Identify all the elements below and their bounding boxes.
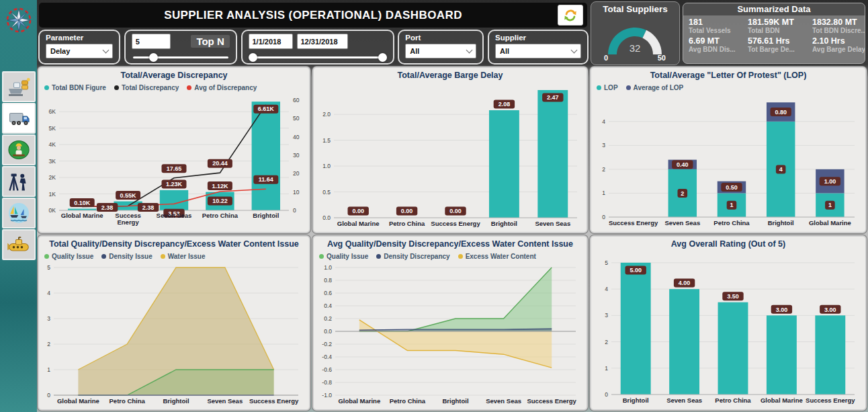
svg-text:3: 3 [47,315,50,322]
bar-Seven Seas[interactable] [669,289,699,395]
legend-item[interactable]: Avg of Discrepancy [187,84,257,91]
port-label: Port [405,34,476,42]
svg-text:Success Energy: Success Energy [249,397,299,405]
svg-text:Success Energy: Success Energy [806,397,855,404]
svg-text:5K: 5K [49,125,56,132]
legend-item[interactable]: Quality Issue [44,253,93,260]
svg-text:0.55K: 0.55K [120,192,137,199]
legend-item[interactable]: Total Discrepancy [114,84,179,91]
area-Quality Issue[interactable] [359,267,552,331]
svg-text:Petro China: Petro China [202,212,238,219]
barge-delay-chart-canvas[interactable]: 0.00.51.01.52.00.000.000.002.082.47Globa… [314,82,585,231]
svg-text:Seven Seas: Seven Seas [486,397,521,405]
svg-text:2.38: 2.38 [101,204,114,211]
summarized-data-card: Summarized Data 181Total Vessels 181.59K… [683,3,865,64]
summary-grid: 181Total Vessels 181.59K MTTotal BDN 183… [683,15,865,53]
sidebar-item-truck[interactable] [2,103,36,134]
sidebar-item-sailboats[interactable] [2,198,36,229]
chevron-down-icon [466,46,473,53]
date-slider-handle-start[interactable] [249,53,257,62]
legend-item[interactable]: LOP [597,84,618,91]
supplier-value: All [500,47,509,55]
svg-text:0: 0 [293,207,296,214]
svg-text:2.0: 2.0 [322,111,331,118]
legend-dot-icon [458,254,463,259]
bar-Brightoil[interactable] [489,110,519,218]
legend-item[interactable]: Total BDN Figure [44,84,106,91]
svg-text:1.0: 1.0 [322,163,331,169]
total-quality-chart-canvas[interactable]: 012345Global MarinePetro ChinaBrightoilS… [39,262,306,409]
topn-slider[interactable] [132,53,230,62]
date-slider[interactable] [249,53,387,62]
suppliers-gauge: 32050 [593,14,678,61]
legend-item[interactable]: Water Issue [161,253,206,260]
bar-Global Marine[interactable] [767,315,797,395]
svg-text:5: 5 [605,259,608,266]
port-select[interactable]: All [405,44,476,58]
sidebar-item-cargo-dock[interactable] [2,71,36,102]
svg-text:3.00: 3.00 [776,306,788,313]
parameter-select[interactable]: Delay [46,44,113,58]
bar-Petro China[interactable] [718,302,748,395]
stat-total-vessels: 181Total Vessels [689,17,748,34]
rating-chart-canvas[interactable]: 0123455.004.003.503.003.00BrightoilSeven… [591,251,863,408]
filter-bar: Parameter Delay Top N Port All [38,30,589,65]
svg-text:3.50: 3.50 [727,293,739,300]
svg-text:Brightoil: Brightoil [163,397,189,405]
svg-text:Petro China: Petro China [713,219,750,226]
date-slider-track[interactable] [250,56,386,58]
stat-avg-barge-delay: 2.10 HrsAvg Barge Delay [812,36,865,53]
legend-label: LOP [604,84,618,91]
svg-text:Success Energy: Success Energy [527,397,576,405]
chart-title: Avg Quality/Density Discrepancy/Excess W… [314,237,587,251]
legend-item[interactable]: Average of LOP [626,84,684,91]
bar-Success Energy[interactable] [815,315,845,395]
stat-tot-barge-delay: 576.61 HrsTot Barge De... [748,36,812,53]
svg-text:-0.8: -0.8 [322,379,332,386]
svg-text:2: 2 [602,166,605,173]
chart-title: Total/Average "Letter Of Protest" (LOP) [591,68,865,82]
svg-text:Global Marine: Global Marine [337,220,380,227]
svg-text:Global Marine: Global Marine [338,397,380,405]
svg-text:0.00: 0.00 [449,208,462,214]
legend-dot-icon [597,85,601,90]
refresh-button[interactable] [558,5,583,26]
bar-Seven Seas[interactable] [160,190,188,210]
svg-text:Petro China: Petro China [389,220,425,227]
bar-Brightoil[interactable] [621,263,651,395]
sidebar-item-surveyor[interactable] [2,166,36,197]
svg-text:Brightoil: Brightoil [768,219,794,226]
legend-item[interactable]: Density Issue [101,253,152,260]
svg-text:6.61K: 6.61K [258,106,275,112]
gauge-arc [608,28,646,54]
discrepancy-chart-canvas[interactable]: 0K1K2K3K4K5K6K01020304050602.3817.6520.4… [39,93,308,231]
topn-input[interactable] [132,34,171,49]
bar-Seven Seas[interactable] [537,90,568,218]
date-slider-handle-end[interactable] [378,53,387,62]
avg-quality-chart-canvas[interactable]: -1.0-0.8-0.6-0.4-0.20.00.20.40.60.81.0Gl… [314,262,584,409]
legend-item[interactable]: Quality Issue [319,253,368,260]
bar-Brightoil[interactable] [252,101,280,210]
topn-slider-handle[interactable] [149,53,158,62]
topn-slider-track[interactable] [133,56,228,58]
supplier-filter: Supplier All [488,30,589,65]
legend-item[interactable]: Density Discrepancy [376,253,449,260]
summary-title: Summarized Data [683,3,865,15]
legend-dot-icon [161,254,165,259]
legend-item[interactable]: Excess Water Content [458,253,536,260]
svg-text:Seven Seas: Seven Seas [664,219,700,226]
svg-text:0.8: 0.8 [324,277,332,284]
supplier-select[interactable]: All [495,44,581,58]
legend-label: Excess Water Content [466,253,536,260]
svg-text:Petro China: Petro China [110,397,146,405]
legend-label: Density Issue [109,253,152,260]
chart-legend: Quality IssueDensity DiscrepancyExcess W… [314,251,587,262]
svg-text:Global Marine: Global Marine [809,219,851,226]
date-to-input[interactable] [297,34,348,49]
date-from-input[interactable] [249,34,293,49]
lop-chart-canvas[interactable]: 0123420.4010.5040.8011.00Success EnergyS… [591,93,863,231]
cargo-dock-icon [6,75,32,99]
sidebar-item-submarine[interactable] [2,229,36,260]
svg-text:Success Energy: Success Energy [609,219,658,226]
sidebar-item-site-worker[interactable] [2,134,36,165]
